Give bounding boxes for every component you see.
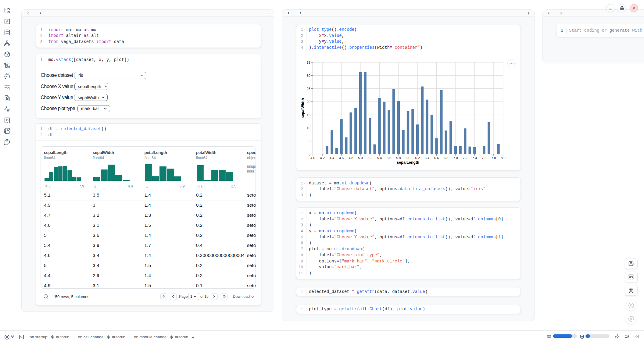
svg-text:5.2: 5.2: [368, 156, 372, 160]
svg-text:7.8: 7.8: [491, 156, 496, 160]
svg-text:4.0: 4.0: [310, 156, 315, 160]
svg-text:30: 30: [307, 73, 310, 77]
svg-text:7.6: 7.6: [482, 156, 486, 160]
svg-text:35: 35: [307, 60, 310, 64]
svg-text:5: 5: [309, 139, 310, 143]
svg-text:4.8: 4.8: [349, 156, 353, 160]
svg-text:6.6: 6.6: [434, 156, 439, 160]
svg-text:sepalLength: sepalLength: [397, 160, 419, 164]
svg-text:6.4: 6.4: [425, 156, 429, 160]
svg-text:15: 15: [307, 113, 310, 116]
svg-text:7.4: 7.4: [472, 156, 477, 160]
svg-text:5.8: 5.8: [396, 156, 401, 160]
svg-text:25: 25: [307, 87, 310, 90]
svg-text:4.2: 4.2: [320, 156, 325, 160]
svg-text:6.0: 6.0: [406, 156, 410, 160]
svg-text:5.0: 5.0: [358, 156, 363, 160]
svg-text:0: 0: [309, 152, 310, 156]
svg-text:8.0: 8.0: [501, 156, 505, 160]
svg-text:4.6: 4.6: [339, 156, 344, 160]
svg-text:6.8: 6.8: [444, 156, 448, 160]
svg-text:10: 10: [307, 126, 310, 130]
svg-text:7.0: 7.0: [453, 156, 458, 160]
svg-text:sepalWidth: sepalWidth: [301, 98, 305, 118]
svg-text:6.2: 6.2: [415, 156, 420, 160]
svg-text:4.4: 4.4: [330, 156, 334, 160]
svg-text:5.6: 5.6: [387, 156, 391, 160]
svg-text:20: 20: [307, 100, 310, 103]
svg-text:5.4: 5.4: [377, 156, 382, 160]
svg-text:7.2: 7.2: [463, 156, 467, 160]
